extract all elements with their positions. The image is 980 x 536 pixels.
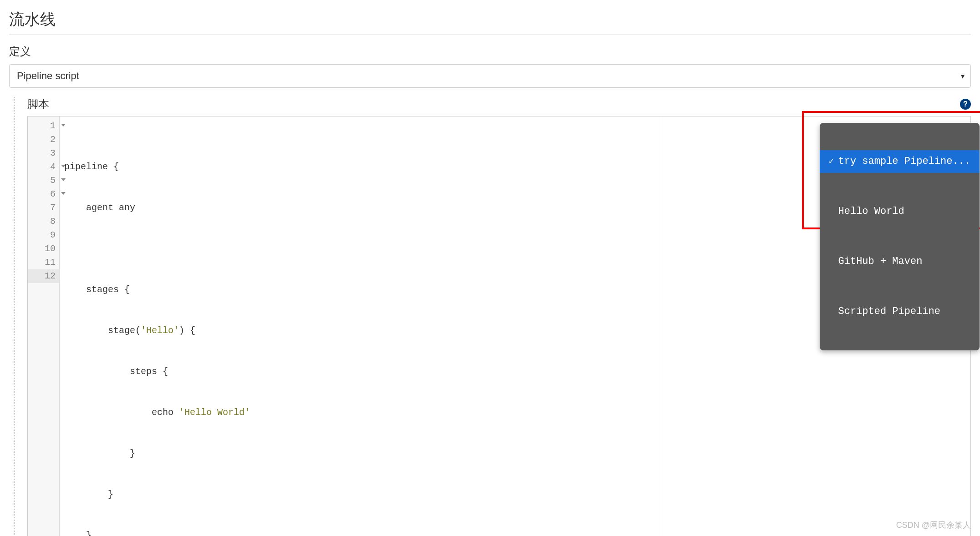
line-number: 10 bbox=[28, 242, 59, 256]
line-number: 2 bbox=[28, 133, 59, 147]
code-line: steps { bbox=[64, 365, 970, 379]
script-section: 脚本 ? 1 2 3 4 5 6 7 8 9 10 11 12 pipeline… bbox=[9, 97, 971, 536]
code-line: echo 'Hello World' bbox=[64, 406, 970, 420]
line-number: 3 bbox=[28, 147, 59, 160]
section-title: 流水线 bbox=[9, 0, 971, 35]
line-number: 9 bbox=[28, 228, 59, 242]
line-number: 5 bbox=[28, 174, 59, 187]
line-number: 12 bbox=[28, 269, 59, 283]
definition-label: 定义 bbox=[9, 44, 971, 59]
dropdown-item-label: Scripted Pipeline bbox=[838, 305, 940, 319]
dropdown-item-label: GitHub + Maven bbox=[838, 255, 923, 268]
pipeline-section: 流水线 定义 Pipeline script ▾ 脚本 ? 1 2 3 4 5 … bbox=[9, 0, 971, 536]
dropdown-item-label: try sample Pipeline... bbox=[838, 155, 970, 168]
dropdown-item-label: Hello World bbox=[838, 205, 904, 218]
line-number: 4 bbox=[28, 160, 59, 174]
sample-pipeline-dropdown: ✓ try sample Pipeline... ✓ Hello World ✓… bbox=[820, 123, 980, 350]
indent-guide bbox=[14, 97, 15, 536]
code-line: } bbox=[64, 529, 970, 536]
line-number: 11 bbox=[28, 256, 59, 269]
code-area[interactable]: pipeline { agent any stages { stage('Hel… bbox=[60, 116, 970, 536]
script-header: 脚本 ? bbox=[27, 97, 971, 111]
code-line: } bbox=[64, 447, 970, 460]
watermark: CSDN @网民余某人 bbox=[896, 520, 971, 531]
line-number: 8 bbox=[28, 215, 59, 228]
line-number: 6 bbox=[28, 187, 59, 201]
line-number: 7 bbox=[28, 201, 59, 215]
code-line: } bbox=[64, 488, 970, 501]
help-icon[interactable]: ? bbox=[960, 99, 971, 110]
definition-select-wrapper: Pipeline script ▾ bbox=[9, 64, 971, 88]
definition-select[interactable]: Pipeline script bbox=[9, 64, 971, 88]
line-number: 1 bbox=[28, 119, 59, 133]
dropdown-item-try-sample[interactable]: ✓ try sample Pipeline... bbox=[820, 150, 980, 173]
dropdown-item-scripted[interactable]: ✓ Scripted Pipeline bbox=[820, 300, 980, 323]
dropdown-item-hello-world[interactable]: ✓ Hello World bbox=[820, 200, 980, 223]
script-label: 脚本 bbox=[27, 97, 49, 111]
editor-gutter: 1 2 3 4 5 6 7 8 9 10 11 12 bbox=[28, 116, 60, 536]
dropdown-item-github-maven[interactable]: ✓ GitHub + Maven bbox=[820, 250, 980, 273]
code-editor[interactable]: 1 2 3 4 5 6 7 8 9 10 11 12 pipeline { ag… bbox=[27, 116, 971, 536]
editor-divider[interactable] bbox=[661, 116, 661, 536]
check-icon: ✓ bbox=[829, 155, 834, 168]
